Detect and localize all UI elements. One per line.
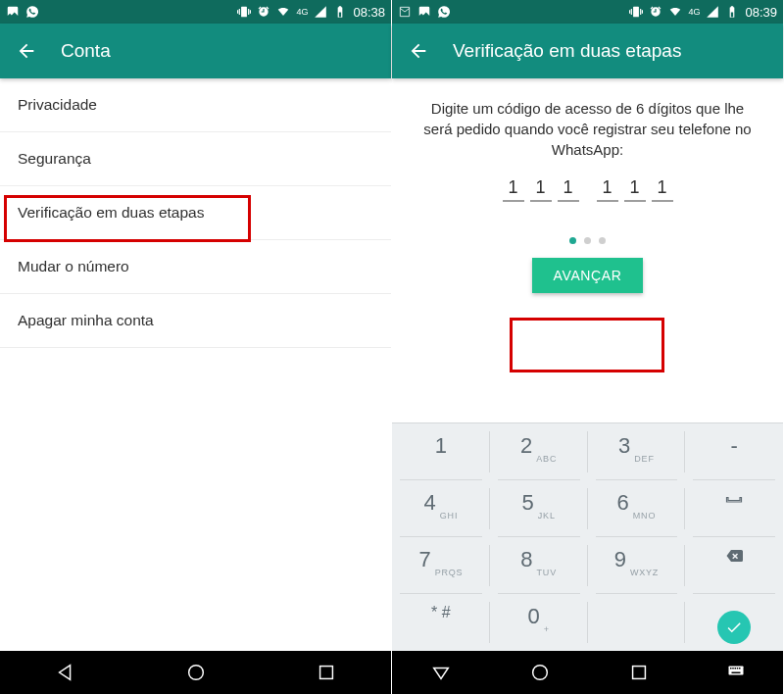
wifi-icon [276,5,290,19]
vibrate-icon [629,5,643,19]
nav-recent-icon[interactable] [316,662,337,683]
svg-rect-7 [734,668,736,669]
image-icon [417,5,431,19]
key-backspace[interactable] [685,537,783,594]
menu-change-number[interactable]: Mudar o número [0,240,391,294]
alarm-icon [649,5,662,19]
clock: 08:39 [745,5,777,20]
android-navbar [0,651,391,694]
clock: 08:38 [353,5,385,20]
pin-digit-3: 1 [558,177,579,202]
back-icon[interactable] [16,40,37,62]
page-title: Conta [61,40,111,62]
key-3[interactable]: 3DEF [588,423,686,480]
keyboard-icon[interactable] [727,662,745,679]
key-7[interactable]: 7PRQS [392,537,490,594]
menu-security[interactable]: Segurança [0,132,391,186]
key-5[interactable]: 5JKL [490,480,588,537]
svg-point-0 [188,666,203,680]
key-0[interactable]: 0+ [490,594,588,651]
key-4[interactable]: 4GHI [392,480,490,537]
network-label: 4G [688,7,700,17]
svg-rect-4 [728,667,743,675]
screen-account: 4G 08:38 Conta Privacidade Segurança Ver… [0,0,392,694]
battery-icon [333,5,347,19]
network-label: 4G [296,7,308,17]
svg-rect-1 [319,667,332,679]
whatsapp-icon [437,5,451,19]
key-empty [588,594,686,651]
backspace-icon [723,547,745,565]
nav-back-icon[interactable] [55,662,76,683]
image-icon [6,5,20,19]
battery-icon [725,5,739,19]
step-dot-1 [569,237,576,244]
nav-back-down-icon[interactable] [430,662,452,683]
back-icon[interactable] [408,40,429,62]
account-list: Privacidade Segurança Verificação em dua… [0,78,391,651]
pin-digit-5: 1 [624,177,646,202]
pin-digit-4: 1 [597,177,618,202]
svg-point-2 [533,666,548,680]
nav-home-icon[interactable] [185,662,207,683]
instructions-text: Digite um código de acesso de 6 dígitos … [392,78,783,170]
wifi-icon [668,5,682,19]
pin-digit-2: 1 [530,177,552,202]
svg-rect-6 [732,668,734,669]
svg-rect-8 [736,668,738,669]
signal-icon [314,5,327,19]
pin-input[interactable]: 1 1 1 1 1 1 [392,177,783,202]
nav-home-icon[interactable] [529,662,551,683]
page-title: Verificação em duas etapas [453,40,681,62]
appbar: Verificação em duas etapas [392,24,783,78]
svg-rect-3 [632,667,645,679]
vibrate-icon [237,5,251,19]
menu-two-step[interactable]: Verificação em duas etapas [0,186,391,240]
key-dash[interactable]: - [685,423,783,480]
statusbar: 4G 08:38 [0,0,391,24]
nav-recent-icon[interactable] [628,662,650,683]
key-6[interactable]: 6MNO [588,480,686,537]
key-8[interactable]: 8TUV [490,537,588,594]
alarm-icon [257,5,270,19]
svg-rect-9 [739,668,741,669]
two-step-content: Digite um código de acesso de 6 dígitos … [392,78,783,651]
pin-digit-1: 1 [503,177,524,202]
svg-rect-10 [731,672,740,674]
gmail-icon [398,5,412,19]
key-space[interactable] [685,480,783,537]
step-indicator [392,237,783,244]
screen-two-step: 4G 08:39 Verificação em duas etapas Digi… [392,0,784,694]
space-icon [723,490,745,508]
numeric-keypad: 1 2ABC 3DEF - 4GHI 5JKL 6MNO 7PRQS 8TUV … [392,422,783,651]
key-9[interactable]: 9WXYZ [588,537,686,594]
svg-rect-5 [730,668,732,669]
menu-privacy[interactable]: Privacidade [0,78,391,132]
key-done[interactable] [685,594,783,651]
key-2[interactable]: 2ABC [490,423,588,480]
step-dot-3 [599,237,606,244]
menu-delete-account[interactable]: Apagar minha conta [0,294,391,348]
appbar: Conta [0,24,391,78]
signal-icon [706,5,719,19]
key-1[interactable]: 1 [392,423,490,480]
whatsapp-icon [25,5,39,19]
check-icon [725,619,743,636]
advance-button[interactable]: AVANÇAR [532,258,644,293]
android-navbar [392,651,783,694]
statusbar: 4G 08:39 [392,0,783,24]
key-star-hash[interactable]: * # [392,594,490,651]
step-dot-2 [584,237,591,244]
pin-digit-6: 1 [652,177,673,202]
